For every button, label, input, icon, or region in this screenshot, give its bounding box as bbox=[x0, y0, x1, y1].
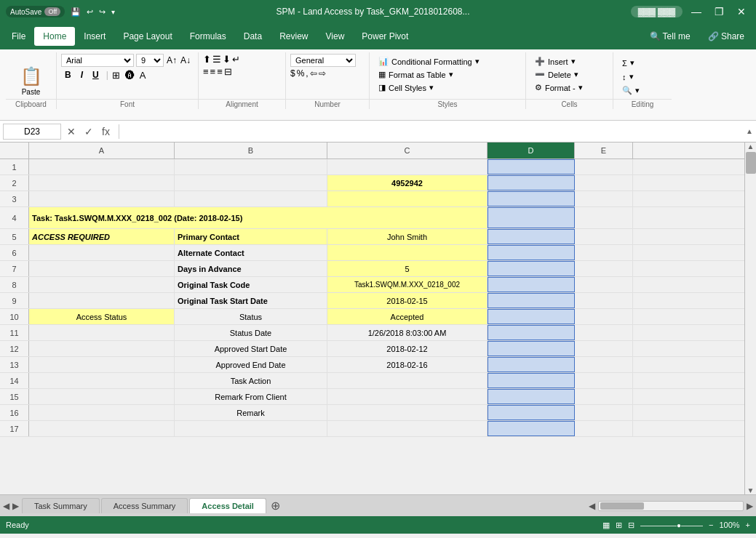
cell-a7[interactable] bbox=[29, 261, 175, 276]
cell-e17[interactable] bbox=[575, 421, 633, 436]
cell-styles-button[interactable]: ◨ Cell Styles ▾ bbox=[374, 81, 438, 94]
cell-e9[interactable] bbox=[575, 293, 633, 308]
cell-a15[interactable] bbox=[29, 389, 175, 404]
formula-confirm-button[interactable]: ✓ bbox=[81, 126, 96, 137]
page-break-icon[interactable]: ⊟ bbox=[628, 521, 634, 530]
zoom-out-button[interactable]: − bbox=[709, 521, 713, 529]
undo-icon[interactable]: ↩ bbox=[87, 7, 93, 17]
hscroll-left-button[interactable]: ◀ bbox=[586, 501, 598, 511]
align-center-icon[interactable]: ≡ bbox=[210, 66, 216, 77]
redo-icon[interactable]: ↪ bbox=[99, 7, 106, 17]
font-size-select[interactable]: 9 bbox=[136, 54, 164, 67]
formula-cancel-button[interactable]: ✕ bbox=[64, 126, 79, 137]
cell-b11[interactable]: Status Date bbox=[175, 325, 327, 340]
cell-e11[interactable] bbox=[575, 325, 633, 340]
hscroll-thumb[interactable] bbox=[600, 502, 644, 510]
font-shrink-icon[interactable]: A↓ bbox=[180, 55, 191, 66]
format-button[interactable]: ⚙ Format - ▾ bbox=[530, 81, 587, 94]
save-icon[interactable]: 💾 bbox=[71, 7, 81, 17]
menu-data[interactable]: Data bbox=[235, 27, 271, 46]
cell-a9[interactable] bbox=[29, 293, 175, 308]
tab-task-summary[interactable]: Task Summary bbox=[22, 498, 100, 513]
cell-d9[interactable] bbox=[488, 293, 575, 308]
restore-button[interactable]: ❐ bbox=[710, 4, 728, 19]
cell-b5[interactable]: Primary Contact bbox=[175, 229, 327, 244]
cell-a8[interactable] bbox=[29, 277, 175, 292]
cell-e1[interactable] bbox=[575, 159, 633, 174]
formula-input[interactable] bbox=[125, 124, 743, 140]
expand-formula-bar-icon[interactable]: ▲ bbox=[746, 127, 753, 135]
align-middle-icon[interactable]: ☰ bbox=[212, 54, 221, 65]
font-grow-icon[interactable]: A↑ bbox=[166, 55, 178, 66]
tab-access-summary[interactable]: Access Summary bbox=[101, 498, 188, 513]
cell-c1[interactable] bbox=[327, 159, 488, 174]
sum-dropdown[interactable]: ▾ bbox=[630, 58, 634, 68]
cell-d11[interactable] bbox=[488, 325, 575, 340]
cell-c12[interactable]: 2018-02-12 bbox=[327, 341, 488, 356]
find-button[interactable]: 🔍 ▾ bbox=[618, 84, 644, 97]
share-button[interactable]: 🔗 Share bbox=[699, 27, 753, 46]
cell-d5[interactable] bbox=[488, 229, 575, 244]
paste-button[interactable]: 📋 Paste bbox=[17, 60, 45, 102]
font-color-button[interactable]: A bbox=[140, 70, 146, 81]
cell-e10[interactable] bbox=[575, 309, 633, 324]
cell-b13[interactable]: Approved End Date bbox=[175, 357, 327, 372]
page-layout-icon[interactable]: ⊞ bbox=[616, 521, 622, 530]
col-header-a[interactable]: A bbox=[29, 142, 175, 158]
menu-file[interactable]: File bbox=[3, 27, 34, 46]
cell-a13[interactable] bbox=[29, 357, 175, 372]
sum-button[interactable]: Σ ▾ bbox=[618, 57, 639, 69]
cell-c6[interactable] bbox=[327, 245, 488, 260]
scroll-up-button[interactable]: ▲ bbox=[745, 142, 756, 150]
cell-c3[interactable] bbox=[327, 191, 488, 206]
cell-b7[interactable]: Days in Advance bbox=[175, 261, 327, 276]
format-as-table-button[interactable]: ▦ Format as Table ▾ bbox=[374, 68, 458, 81]
scroll-thumb[interactable] bbox=[746, 152, 756, 174]
vertical-scrollbar[interactable]: ▲ ▼ bbox=[744, 142, 756, 494]
bold-button[interactable]: B bbox=[61, 68, 75, 81]
add-sheet-button[interactable]: ⊕ bbox=[271, 499, 280, 513]
cell-e5[interactable] bbox=[575, 229, 633, 244]
italic-button[interactable]: I bbox=[77, 68, 87, 81]
cell-c7[interactable]: 5 bbox=[327, 261, 488, 276]
cell-b15[interactable]: Remark From Client bbox=[175, 389, 327, 404]
cell-a5[interactable]: ACCESS REQUIRED bbox=[29, 229, 175, 244]
cell-e8[interactable] bbox=[575, 277, 633, 292]
minimize-button[interactable]: — bbox=[687, 4, 706, 19]
scroll-down-button[interactable]: ▼ bbox=[745, 486, 756, 494]
cell-b17[interactable] bbox=[175, 421, 327, 436]
cell-c10[interactable]: Accepted bbox=[327, 309, 488, 324]
cell-b6[interactable]: Alternate Contact bbox=[175, 245, 327, 260]
scroll-track[interactable] bbox=[745, 150, 756, 486]
cell-c13[interactable]: 2018-02-16 bbox=[327, 357, 488, 372]
cell-a11[interactable] bbox=[29, 325, 175, 340]
cell-d6[interactable] bbox=[488, 245, 575, 260]
cell-d16[interactable] bbox=[488, 405, 575, 420]
cell-e13[interactable] bbox=[575, 357, 633, 372]
cell-c8[interactable]: Task1.SWQM.M.XXX_0218_002 bbox=[327, 277, 488, 292]
cell-d4[interactable] bbox=[488, 207, 575, 228]
zoom-in-button[interactable]: + bbox=[746, 521, 750, 529]
cell-d3[interactable] bbox=[488, 191, 575, 206]
tab-access-detail[interactable]: Access Detail bbox=[189, 498, 266, 513]
number-format-select[interactable]: General bbox=[290, 54, 356, 67]
increase-decimal-icon[interactable]: ⇨ bbox=[319, 68, 326, 79]
cell-a17[interactable] bbox=[29, 421, 175, 436]
col-header-d[interactable]: D bbox=[488, 142, 575, 158]
cell-a3[interactable] bbox=[29, 191, 175, 206]
cell-a4[interactable]: Task: Task1.SWQM.M.XXX_0218_002 (Date: 2… bbox=[29, 207, 488, 228]
underline-button[interactable]: U bbox=[89, 68, 103, 81]
cell-b14[interactable]: Task Action bbox=[175, 373, 327, 388]
cell-reference-input[interactable] bbox=[3, 124, 61, 140]
autosave-state[interactable]: Off bbox=[44, 7, 60, 16]
horizontal-scrollbar[interactable] bbox=[598, 501, 744, 511]
cell-d17[interactable] bbox=[488, 421, 575, 436]
conditional-formatting-button[interactable]: 📊 Conditional Formatting ▾ bbox=[374, 55, 484, 68]
comma-button[interactable]: , bbox=[306, 68, 308, 79]
cell-c15[interactable] bbox=[327, 389, 488, 404]
cell-c5[interactable]: John Smith bbox=[327, 229, 488, 244]
cell-b9[interactable]: Original Task Start Date bbox=[175, 293, 327, 308]
conditional-formatting-dropdown[interactable]: ▾ bbox=[475, 57, 480, 66]
align-bottom-icon[interactable]: ⬇ bbox=[223, 54, 231, 65]
cell-b12[interactable]: Approved Start Date bbox=[175, 341, 327, 356]
